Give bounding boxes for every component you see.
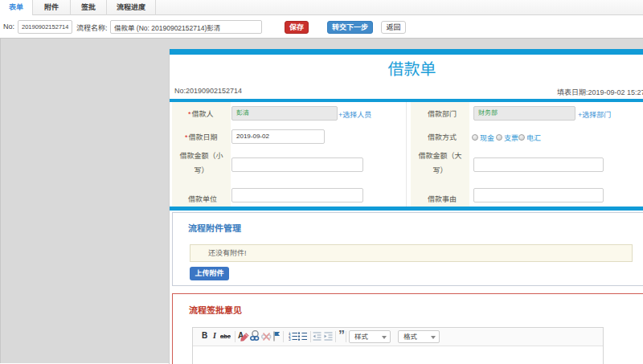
svg-text:3: 3 — [289, 337, 291, 341]
